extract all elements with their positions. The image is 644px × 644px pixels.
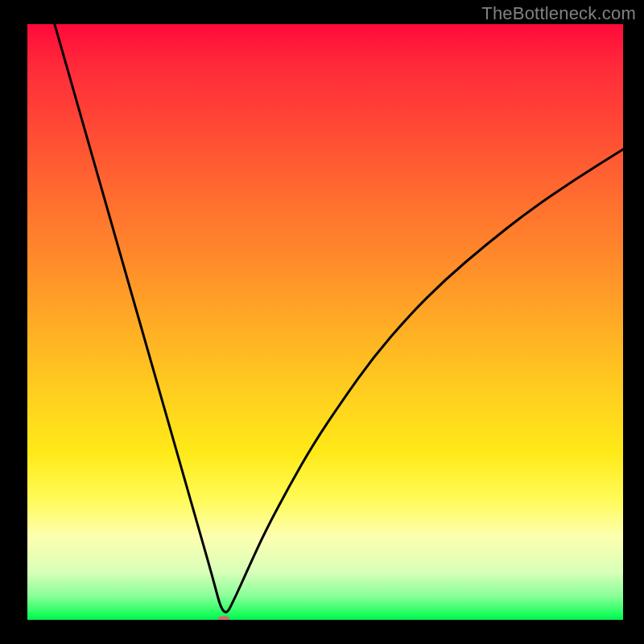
watermark-label: TheBottleneck.com (481, 3, 636, 24)
minimum-marker-icon (218, 617, 229, 621)
chart-frame: TheBottleneck.com (0, 0, 644, 644)
plot-area (27, 24, 623, 620)
bottleneck-curve (27, 24, 623, 620)
